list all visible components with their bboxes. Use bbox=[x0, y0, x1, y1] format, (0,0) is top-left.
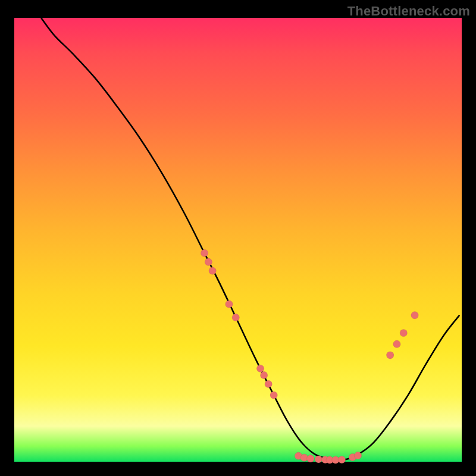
highlight-dot bbox=[260, 371, 267, 378]
bottleneck-curve bbox=[41, 18, 459, 460]
highlight-dot bbox=[307, 455, 314, 462]
highlight-dot bbox=[338, 456, 345, 463]
highlight-dot bbox=[201, 249, 208, 256]
highlight-dot bbox=[205, 258, 212, 265]
chart-svg-layer bbox=[14, 18, 462, 462]
highlight-dot bbox=[232, 314, 239, 321]
highlight-dot bbox=[393, 340, 400, 347]
chart-frame: TheBottleneck.com bbox=[0, 0, 476, 476]
highlight-dot bbox=[315, 456, 322, 463]
highlight-dots-group bbox=[201, 249, 418, 464]
highlight-dot bbox=[270, 392, 277, 399]
highlight-dot bbox=[265, 380, 272, 387]
highlight-dot bbox=[209, 267, 216, 274]
watermark-label: TheBottleneck.com bbox=[347, 4, 470, 19]
highlight-dot bbox=[400, 329, 407, 336]
highlight-dot bbox=[411, 312, 418, 319]
highlight-dot bbox=[354, 452, 361, 459]
highlight-dot bbox=[226, 300, 233, 308]
highlight-dot bbox=[386, 352, 393, 359]
highlight-dot bbox=[256, 365, 264, 372]
